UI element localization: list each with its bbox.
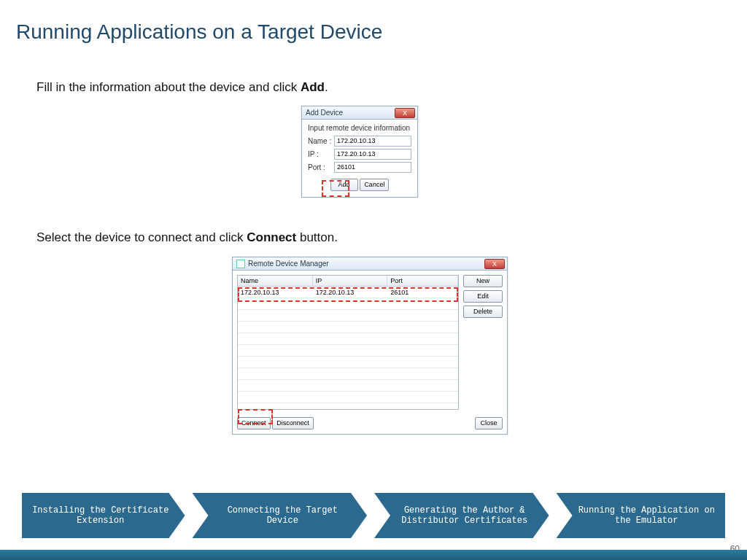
new-button[interactable]: New xyxy=(463,275,503,287)
port-input[interactable]: 26101 xyxy=(334,162,411,173)
table-row[interactable] xyxy=(238,322,458,333)
side-buttons: New Edit Delete xyxy=(463,275,503,410)
table-row[interactable] xyxy=(238,298,458,310)
ip-label: IP : xyxy=(308,150,334,158)
ip-input[interactable]: 172.20.10.13 xyxy=(334,149,411,160)
cell-ip: 172.20.10.13 xyxy=(313,289,388,296)
add-device-buttons: Add Cancel xyxy=(308,179,411,191)
step-nav: Installing the Certificate Extension Con… xyxy=(22,493,725,538)
name-input[interactable]: 172.20.10.13 xyxy=(334,136,411,147)
table-row[interactable] xyxy=(238,357,458,368)
device-manager-title: Remote Device Manager xyxy=(248,260,329,268)
table-body: 172.20.10.13 172.20.10.13 26101 xyxy=(238,287,458,409)
table-header: Name IP Port xyxy=(238,276,458,287)
instruction-1: Fill in the information about the device… xyxy=(36,80,328,95)
table-row[interactable]: 172.20.10.13 172.20.10.13 26101 xyxy=(238,287,458,298)
instruction-1-post: . xyxy=(325,80,328,94)
add-button[interactable]: Add xyxy=(330,179,358,191)
add-device-title: Add Device xyxy=(306,109,343,117)
close-button[interactable]: Close xyxy=(475,417,503,429)
step-label: Running the Application on the Emulator xyxy=(578,505,716,526)
add-device-body: Input remote device information Name : 1… xyxy=(302,120,417,197)
device-manager-dialog: Remote Device Manager X Name IP Port 172… xyxy=(232,257,508,435)
instruction-2-bold: Connect xyxy=(247,230,296,244)
col-port: Port xyxy=(387,276,458,286)
cell-name: 172.20.10.13 xyxy=(238,289,313,296)
close-icon[interactable]: X xyxy=(395,108,415,118)
step-label: Connecting the Target Device xyxy=(214,505,352,526)
close-icon[interactable]: X xyxy=(484,259,505,269)
device-manager-titlebar: Remote Device Manager X xyxy=(233,257,507,271)
name-label: Name : xyxy=(308,137,334,145)
cell-port: 26101 xyxy=(387,289,458,296)
name-row: Name : 172.20.10.13 xyxy=(308,136,411,147)
table-row[interactable] xyxy=(238,380,458,392)
table-row[interactable] xyxy=(238,345,458,357)
table-row[interactable] xyxy=(238,392,458,403)
step-label: Generating the Author & Distributor Cert… xyxy=(396,505,533,526)
device-table: Name IP Port 172.20.10.13 172.20.10.13 2… xyxy=(237,275,459,410)
instruction-2-post: button. xyxy=(296,230,338,244)
col-name: Name xyxy=(238,276,313,286)
delete-button[interactable]: Delete xyxy=(463,306,503,318)
ip-row: IP : 172.20.10.13 xyxy=(308,149,411,160)
edit-button[interactable]: Edit xyxy=(463,290,503,303)
port-row: Port : 26101 xyxy=(308,162,411,173)
page-title: Running Applications on a Target Device xyxy=(16,20,382,44)
step-generate-certs[interactable]: Generating the Author & Distributor Cert… xyxy=(374,493,549,538)
instruction-1-pre: Fill in the information about the device… xyxy=(36,80,301,94)
add-device-dialog: Add Device X Input remote device informa… xyxy=(301,106,418,198)
instruction-2-pre: Select the device to connect and click xyxy=(36,230,247,244)
col-ip: IP xyxy=(313,276,388,286)
cancel-button[interactable]: Cancel xyxy=(360,179,389,191)
disconnect-button[interactable]: Disconnect xyxy=(272,417,314,429)
step-run-emulator[interactable]: Running the Application on the Emulator xyxy=(557,493,726,538)
instruction-1-bold: Add xyxy=(301,80,325,94)
add-device-titlebar: Add Device X xyxy=(302,106,417,120)
table-row[interactable] xyxy=(238,333,458,345)
instruction-2: Select the device to connect and click C… xyxy=(36,230,338,245)
step-install-cert[interactable]: Installing the Certificate Extension xyxy=(22,493,185,538)
step-connect-device[interactable]: Connecting the Target Device xyxy=(193,493,368,538)
app-icon xyxy=(236,260,245,268)
add-device-heading: Input remote device information xyxy=(308,124,411,132)
connect-button[interactable]: Connect xyxy=(237,417,271,429)
port-label: Port : xyxy=(308,163,334,171)
device-manager-body: Name IP Port 172.20.10.13 172.20.10.13 2… xyxy=(233,271,507,414)
footer-bar xyxy=(0,550,747,560)
table-row[interactable] xyxy=(238,368,458,380)
device-manager-footer: Connect Disconnect Close xyxy=(233,414,507,434)
table-row[interactable] xyxy=(238,310,458,322)
step-label: Installing the Certificate Extension xyxy=(32,505,169,526)
